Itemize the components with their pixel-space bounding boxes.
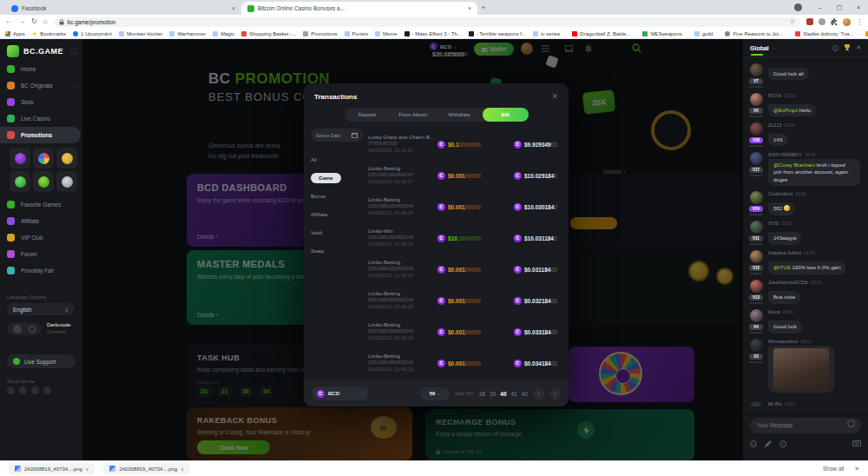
sidebar-item-favorite-games[interactable]: Favorite Games [0,196,82,213]
modal-tab-deposit[interactable]: Deposit [345,108,391,122]
maximize-button[interactable]: ▢ [830,4,849,11]
social-icon[interactable] [43,387,51,394]
bookmark-item[interactable]: Meme [375,31,398,36]
chat-message-input[interactable] [750,418,861,433]
chat-bubble[interactable]: 14S [768,134,788,146]
promo-tile-3[interactable] [56,148,77,169]
bookmark-item[interactable]: - Mass Effect 3 - Th... [404,31,462,36]
bookmark-star-icon[interactable]: ☆ [790,18,795,25]
sidebar-item-forum[interactable]: Forum [0,246,82,262]
chat-bubble[interactable]: Good luck all [768,68,809,80]
coin-tip-icon[interactable]: ¢ [779,440,786,447]
avatar[interactable] [750,152,763,165]
promo-tile-4[interactable] [10,171,30,192]
forward-icon[interactable]: → [18,18,25,25]
bookmark-item[interactable]: Magic [213,31,234,36]
select-date-filter[interactable]: Select Date [311,129,363,142]
sidebar-item-bc-originals[interactable]: BC Originals› [0,77,82,94]
modal-tab-withdraw[interactable]: Withdraw [437,108,483,122]
chevron-right-icon[interactable]: › [773,45,775,50]
bookmark-item[interactable]: Promotions [303,31,337,36]
address-bar[interactable]: bc.game/promotion ☆ [54,17,800,27]
menu-item-all[interactable]: All [311,150,368,169]
download-item[interactable]: 242008819_40734....png∨ [103,463,189,474]
chat-close-icon[interactable]: ✕ [856,44,861,51]
avatar[interactable] [750,122,763,136]
bookmark-item[interactable]: Warhammer [169,31,206,36]
sidebar-collapse-button[interactable]: ‹ [69,48,77,56]
chat-bubble[interactable]: @Corey Branham bruh i tipped yoh from an… [768,159,860,186]
page-number-40[interactable]: 40 [500,391,506,397]
chat-bubble[interactable]: Good luck [768,321,802,333]
chevron-down-icon[interactable]: ∨ [86,466,89,472]
chat-bubble[interactable]: Boa noite [768,291,800,303]
close-button[interactable]: × [849,4,868,10]
minimize-button[interactable]: – [811,4,830,10]
new-tab-button[interactable]: + [477,2,490,15]
bookmark-item[interactable]: tv series [533,31,560,36]
transaction-row[interactable]: Limbo-Betting2351098169083024516/09/2021… [368,254,560,285]
page-number-42[interactable]: 42 [522,391,528,397]
sidebar-item-slots[interactable]: Slots [0,94,82,110]
send-icon[interactable] [847,420,855,427]
bookmark-item[interactable]: Five Reasons to Joi... [725,31,783,36]
browser-profile-avatar[interactable] [843,18,851,26]
transaction-row[interactable]: Limbo-Betting2351098169083024216/09/2021… [368,347,560,379]
bookmark-item[interactable]: Sladké dobroty: Tva... [795,31,853,36]
chat-tab-global[interactable]: Global [750,45,769,51]
menu-item-swap[interactable]: Swap [311,241,368,260]
profile-dot-icon[interactable] [794,3,802,11]
sidebar-item-live-casino[interactable]: Live Casino [0,110,82,127]
transaction-row[interactable]: Lucky Grace and Charm-B..7785978753016/0… [368,129,560,160]
transaction-row[interactable]: Limbo-Betting2351098169083024416/09/2021… [368,285,560,316]
page-size-select[interactable]: 50 › [420,387,450,400]
download-item[interactable]: 242008819_40734....png∨ [9,463,95,474]
sidebar-item-provably-fair[interactable]: Provably Fair [0,262,82,279]
page-number-38[interactable]: 38 [479,391,485,397]
page-number-41[interactable]: 41 [511,391,517,397]
show-all-link[interactable]: Show all [823,466,845,472]
tab-close-icon[interactable]: × [232,5,235,11]
back-icon[interactable]: ← [5,18,12,25]
chat-bubble[interactable]: 143aagya [768,232,801,244]
transaction-row[interactable]: Limbo-Betting2351098169083024316/09/2021… [368,316,560,347]
pencil-icon[interactable] [765,440,772,447]
promo-tile-2[interactable] [33,148,54,169]
reload-icon[interactable]: ↻ [31,18,37,25]
next-page-button[interactable]: › [549,388,561,400]
social-icon[interactable] [19,387,27,394]
avatar[interactable] [750,63,763,76]
sidebar-item-home[interactable]: Home [0,61,82,77]
avatar[interactable] [750,280,763,293]
transaction-row[interactable]: Limbo-Win2351098169083024516/09/2021, 01… [368,222,560,254]
avatar[interactable] [750,191,763,204]
language-select[interactable]: English ∨ [7,303,75,315]
bookmark-item[interactable]: Ponies [345,31,368,36]
modal-tab-bill[interactable]: Bill [483,108,529,122]
bookmark-item[interactable]: Monster Hunter [119,31,162,36]
home-icon[interactable]: ⌂ [43,18,48,25]
browser-menu-icon[interactable]: ⋮ [856,18,863,26]
avatar[interactable] [750,339,763,352]
chat-bubble[interactable]: 582 [768,202,795,215]
chevron-down-icon[interactable]: ∨ [181,466,184,472]
bookmark-item[interactable]: ★Bookmarks [32,31,66,36]
menu-item-game[interactable]: Game [311,169,368,187]
bookmark-item[interactable]: ME3weapons [642,31,681,36]
promo-tile-5[interactable] [33,171,54,192]
live-support-button[interactable]: Live Support [7,354,76,368]
bookmark-item[interactable]: Dragonball Z: Battle... [572,31,630,36]
sidebar-item-vip-club[interactable]: VIP Club [0,229,82,246]
promo-tile-6[interactable] [56,171,77,192]
close-icon[interactable]: ✕ [551,92,558,101]
emoji-icon[interactable] [750,440,757,447]
avatar[interactable] [750,401,763,407]
transaction-row[interactable]: Limbo-Betting2351098169083024616/09/2021… [368,191,560,222]
chat-bubble[interactable]: @ExPinjol Hello [768,104,816,116]
sidebar-item-promotions[interactable]: Promotions [0,127,81,143]
currency-filter[interactable]: C BCD › [312,387,369,400]
bookmark-item[interactable]: 1 Upozornění [73,31,112,36]
browser-tab-facebook[interactable]: Facebook × [5,2,241,15]
browser-tab-bcgame[interactable]: Bitcoin Online Casino Bonuses a... × [241,2,477,15]
bookmark-item[interactable]: Apps [5,31,25,36]
